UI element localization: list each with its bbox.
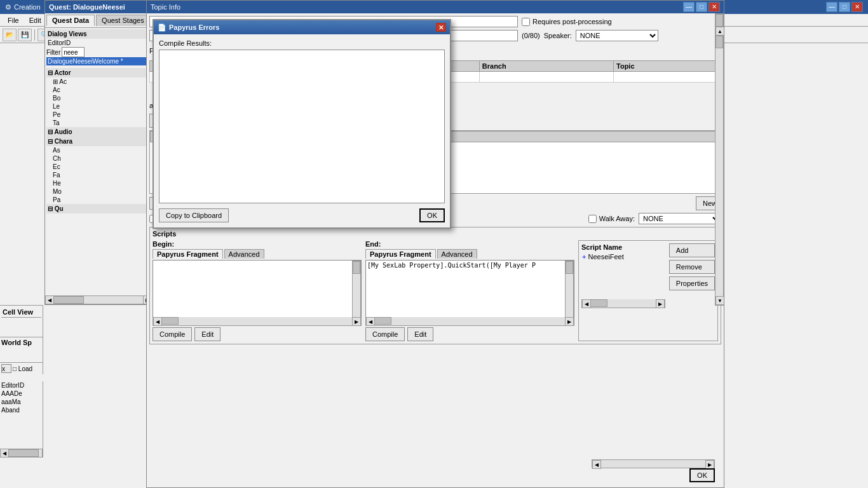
begin-compile-btn[interactable]: Compile xyxy=(153,327,192,341)
end-hscroll-left[interactable]: ◀ xyxy=(366,317,375,326)
speaker-select[interactable]: NONE xyxy=(576,30,658,41)
app-title: Creation xyxy=(14,3,41,11)
begin-hscrollbar[interactable]: ◀ ▶ xyxy=(153,317,362,326)
begin-tab-papyrus[interactable]: Papyrus Fragment xyxy=(153,249,223,259)
tree-item-ec[interactable]: Ec xyxy=(46,163,151,171)
script-name-hscroll-right[interactable]: ▶ xyxy=(656,299,665,308)
tree-item-he[interactable]: He xyxy=(46,179,151,187)
end-tab-papyrus[interactable]: Papyrus Fragment xyxy=(365,249,436,259)
begin-vscroll-thumb xyxy=(353,261,360,274)
topic-titlebar: Topic Info — □ ✕ xyxy=(147,1,724,13)
cell-branch xyxy=(479,72,613,83)
quest-hscrollbar[interactable] xyxy=(45,295,152,304)
end-vscrollbar[interactable] xyxy=(565,261,574,318)
speaker-label: Speaker: xyxy=(544,32,572,39)
char-count: (0/80) xyxy=(522,32,540,39)
quest-window: Quest: DialogueNeesei Quest Data Quest S… xyxy=(44,0,153,305)
quest-tab-stages[interactable]: Quest Stages xyxy=(96,15,150,26)
right-vscroll-thumb xyxy=(715,36,723,48)
list-item-2[interactable]: aaaMa xyxy=(0,398,43,406)
scripts-columns: Begin: Papyrus Fragment Advanced xyxy=(153,240,718,341)
col-topic: Topic xyxy=(614,61,721,72)
topic-window-min[interactable]: — xyxy=(683,2,695,12)
end-vscroll-thumb xyxy=(566,261,573,274)
compile-results-textarea[interactable] xyxy=(159,50,445,203)
begin-vscrollbar[interactable] xyxy=(352,261,361,318)
requires-post-processing-checkbox[interactable] xyxy=(522,18,530,26)
begin-hscroll-right[interactable]: ▶ xyxy=(352,317,361,326)
load-label: □ Load xyxy=(13,365,32,372)
topic-hscroll-right[interactable]: ▶ xyxy=(705,460,714,469)
tree-item-bo[interactable]: Bo xyxy=(46,94,151,102)
begin-hscroll-left[interactable]: ◀ xyxy=(153,317,162,326)
end-textarea[interactable]: [My SexLab Property].QuickStart([My Play… xyxy=(366,261,565,318)
right-vscroll-down[interactable]: ▼ xyxy=(715,296,724,305)
right-vscroll-up[interactable]: ▲ xyxy=(715,27,724,36)
app-window-controls: — □ ✕ xyxy=(826,2,863,12)
menu-file[interactable]: File xyxy=(3,15,24,25)
requires-post-processing-row: Requires post-processing xyxy=(522,18,612,26)
quest-tab-data[interactable]: Quest Data xyxy=(46,15,95,26)
papyrus-close-btn[interactable]: ✕ xyxy=(436,23,446,32)
x-btn[interactable]: x xyxy=(1,364,11,373)
papyrus-dialog-body: Compile Results: Copy to Clipboard OK xyxy=(154,34,450,227)
app-close-btn[interactable]: ✕ xyxy=(851,2,863,12)
end-hscrollbar[interactable]: ◀ ▶ xyxy=(365,317,574,326)
topic-ok-btn[interactable]: OK xyxy=(689,468,715,482)
end-compile-btn[interactable]: Compile xyxy=(365,327,405,341)
app-maximize-btn[interactable]: □ xyxy=(839,2,850,12)
scripts-title: Scripts xyxy=(153,230,718,238)
hscroll-left-arrow[interactable]: ◀ xyxy=(45,295,54,304)
begin-tab-advanced[interactable]: Advanced xyxy=(224,249,264,259)
begin-textarea[interactable] xyxy=(153,261,352,318)
topic-window-max[interactable]: □ xyxy=(696,2,707,12)
walk-away-select[interactable]: NONE xyxy=(639,213,721,224)
script-name-item[interactable]: + NeeseiFeet xyxy=(581,252,665,261)
script-name-hscroll-left[interactable]: ◀ xyxy=(582,299,591,308)
cell-view-section: Cell View xyxy=(0,305,43,337)
right-vscrollbar[interactable]: ▲ ▼ xyxy=(715,26,724,306)
qu-section: ⊟ Qu xyxy=(46,204,151,214)
begin-edit-btn[interactable]: Edit xyxy=(194,327,220,341)
tree-item-ac1[interactable]: ⊞ Ac xyxy=(46,78,151,86)
tree-item-le[interactable]: Le xyxy=(46,102,151,111)
menu-edit[interactable]: Edit xyxy=(24,15,46,25)
papyrus-ok-btn[interactable]: OK xyxy=(419,208,445,222)
script-name-hscrollbar[interactable]: ◀ ▶ xyxy=(581,299,665,308)
app-minimize-btn[interactable]: — xyxy=(826,2,837,12)
tree-item-pe[interactable]: Pe xyxy=(46,111,151,119)
tree-item-fa[interactable]: Fa xyxy=(46,171,151,179)
tree-item-ta[interactable]: Ta xyxy=(46,119,151,127)
toolbar-btn-1[interactable]: 📂 xyxy=(3,29,17,41)
tree-item-pa[interactable]: Pa xyxy=(46,196,151,204)
begin-textarea-wrap xyxy=(153,260,362,317)
copy-to-clipboard-btn[interactable]: Copy to Clipboard xyxy=(159,208,229,222)
properties-btn[interactable]: Properties xyxy=(669,276,715,290)
dialogue-entry[interactable]: DialogueNeeseiWelcome * xyxy=(46,57,151,65)
topic-hscrollbar[interactable]: ◀ ▶ xyxy=(592,459,715,468)
end-edit-btn[interactable]: Edit xyxy=(407,327,433,341)
topic-window-close[interactable]: ✕ xyxy=(709,2,720,12)
remove-btn[interactable]: Remove xyxy=(669,260,715,274)
end-label: End: xyxy=(365,240,574,248)
quest-titlebar: Quest: DialogueNeesei xyxy=(45,1,152,13)
world-spaces-section: World Sp xyxy=(0,337,43,362)
chara-section: ⊟ Chara xyxy=(46,137,151,146)
walk-away-checkbox[interactable] xyxy=(588,215,597,223)
begin-label: Begin: xyxy=(153,240,362,248)
list-item-1[interactable]: AAADe xyxy=(0,390,43,398)
add-btn[interactable]: Add xyxy=(669,243,715,257)
tree-item-mo[interactable]: Mo xyxy=(46,187,151,196)
list-item-3[interactable]: Aband xyxy=(0,406,43,414)
bl-hscroll-left[interactable]: ◀ xyxy=(0,449,9,458)
tree-item-as[interactable]: As xyxy=(46,146,151,154)
tree-item-ch[interactable]: Ch xyxy=(46,154,151,163)
end-tab-advanced[interactable]: Advanced xyxy=(437,249,477,259)
filter-input[interactable] xyxy=(62,47,85,57)
tree-item-ac2[interactable]: Ac xyxy=(46,86,151,94)
quest-title: Quest: DialogueNeesei xyxy=(49,3,125,11)
end-hscroll-right[interactable]: ▶ xyxy=(565,317,574,326)
app-icon: ⚙ xyxy=(5,3,11,11)
toolbar-btn-2[interactable]: 💾 xyxy=(18,29,32,41)
topic-hscroll-left[interactable]: ◀ xyxy=(592,460,601,469)
